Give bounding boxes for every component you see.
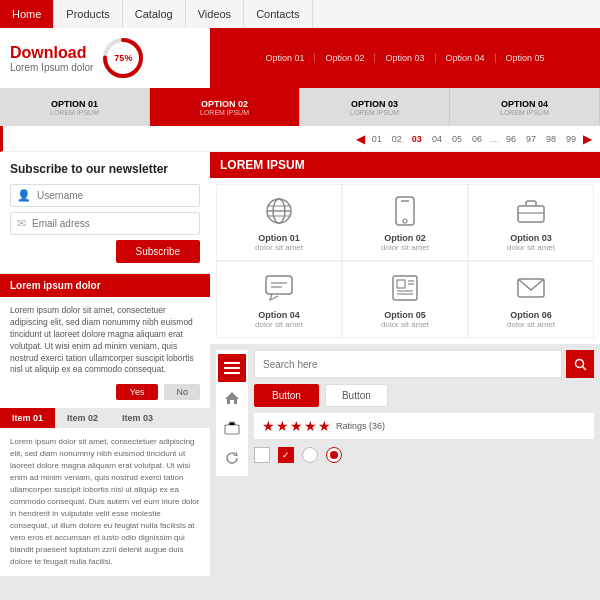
grid-item-3-sub: dolor sit amet [507,243,555,252]
header-title: Download Lorem Ipsum dolor [10,44,93,73]
grid-item-6-sub: dolor sit amet [507,320,555,329]
subnav-2[interactable]: Option 02 [315,53,375,63]
top-nav: Home Products Catalog Videos Contacts [0,0,600,28]
secondary-button[interactable]: Button [325,384,388,407]
svg-rect-12 [266,276,292,294]
subnav-4[interactable]: Option 04 [436,53,496,63]
grid-item-5-name: Option 05 [384,310,426,320]
grid-item-2[interactable]: Option 02 dolor sit amet [342,184,468,261]
phone-icon [387,193,423,229]
tabs-section: Item 01 Item 02 Item 03 Lorem ipsum dolo… [0,408,210,576]
subnav-3[interactable]: Option 03 [375,53,435,63]
briefcase-icon [513,193,549,229]
header-section: Download Lorem Ipsum dolor 75% Option 01… [0,28,600,88]
globe-icon [261,193,297,229]
svg-rect-26 [225,425,239,434]
case-icon-btn[interactable] [218,414,246,442]
nav-catalog[interactable]: Catalog [123,0,186,28]
tab-item-3[interactable]: Item 03 [110,408,165,428]
grid-item-1[interactable]: Option 01 dolor sit amet [216,184,342,261]
alert-title: Lorem ipsum dolor [10,280,200,291]
option-tab-1[interactable]: OPTION 01 LOREM IPSUM [0,88,150,126]
radio-2[interactable] [326,447,342,463]
header-left: Download Lorem Ipsum dolor 75% [0,28,210,88]
tab-text: Lorem ipsum dolor sit amet, consectetuer… [10,436,200,568]
pg-01[interactable]: 01 [369,133,385,145]
refresh-icon-btn[interactable] [218,444,246,472]
grid-item-3[interactable]: Option 03 dolor sit amet [468,184,594,261]
search-input-wrap[interactable] [254,350,562,378]
ratings-text: Ratings (36) [336,421,385,431]
svg-rect-10 [518,206,544,222]
yes-button[interactable]: Yes [116,384,159,400]
pg-06[interactable]: 06 [469,133,485,145]
top-bar: Home Products Catalog Videos Contacts [0,0,600,28]
grid-options: Option 01 dolor sit amet Option 02 dolor… [210,178,600,344]
alert-text: Lorem ipsum dolor sit amet, consectetuer… [10,305,200,376]
svg-marker-25 [225,392,239,404]
no-button[interactable]: No [164,384,200,400]
pg-99[interactable]: 99 [563,133,579,145]
pg-96[interactable]: 96 [503,133,519,145]
nav-contacts[interactable]: Contacts [244,0,312,28]
pg-next[interactable]: ▶ [583,132,592,146]
checkbox-checked[interactable]: ✓ [278,447,294,463]
left-col: Subscribe to our newsletter 👤 ✉ Subscrib… [0,152,210,600]
grid-item-1-name: Option 01 [258,233,300,243]
alert-buttons: Yes No [10,384,200,400]
tab-item-1[interactable]: Item 01 [0,408,55,428]
menu-icon-btn[interactable] [218,354,246,382]
pg-04[interactable]: 04 [429,133,445,145]
pg-03[interactable]: 03 [409,133,425,145]
pg-97[interactable]: 97 [523,133,539,145]
pg-05[interactable]: 05 [449,133,465,145]
primary-button[interactable]: Button [254,384,319,407]
grid-item-4[interactable]: Option 04 dolor sit amet [216,261,342,338]
grid-item-6[interactable]: Option 06 dolor sit amet [468,261,594,338]
subscribe-button[interactable]: Subscribe [116,240,200,263]
nav-home[interactable]: Home [0,0,54,28]
pg-98[interactable]: 98 [543,133,559,145]
subnav-5[interactable]: Option 05 [496,53,555,63]
news-icon [387,270,423,306]
pg-prev[interactable]: ◀ [356,132,365,146]
grid-item-4-name: Option 04 [258,310,300,320]
download-title: Download [10,44,93,62]
nav-videos[interactable]: Videos [186,0,244,28]
grid-item-2-name: Option 02 [384,233,426,243]
search-button[interactable] [566,350,594,378]
tab-content: Lorem ipsum dolor sit amet, consectetuer… [0,428,210,576]
username-field[interactable]: 👤 [10,184,200,207]
pg-02[interactable]: 02 [389,133,405,145]
grid-item-4-sub: dolor sit amet [255,320,303,329]
svg-point-8 [403,219,407,223]
bottom-row: Button Button ★★★★★ Ratings (36) ✓ [216,350,594,476]
progress-circle: 75% [101,36,145,80]
tab-nav: Item 01 Item 02 Item 03 [0,408,210,428]
email-input[interactable] [32,218,193,229]
grid-item-2-sub: dolor sit amet [381,243,429,252]
svg-rect-22 [224,362,240,364]
option-tab-2[interactable]: OPTION 02 LOREM IPSUM [150,88,300,126]
progress-label: 75% [114,53,132,63]
option-tab-3[interactable]: OPTION 03 LOREM IPSUM [300,88,450,126]
icon-panel [216,350,248,476]
checkbox-empty[interactable] [254,447,270,463]
email-icon: ✉ [17,217,26,230]
subnav-1[interactable]: Option 01 [255,53,315,63]
search-input[interactable] [263,359,553,370]
pg-dots: .... [489,134,499,144]
chat-icon [261,270,297,306]
radio-empty[interactable] [302,447,318,463]
tab-item-2[interactable]: Item 02 [55,408,110,428]
username-input[interactable] [37,190,193,201]
email-field[interactable]: ✉ [10,212,200,235]
home-icon-btn[interactable] [218,384,246,412]
nav-products[interactable]: Products [54,0,122,28]
grid-item-1-sub: dolor sit amet [255,243,303,252]
grid-item-3-name: Option 03 [510,233,552,243]
grid-item-5[interactable]: Option 05 dolor sit amet [342,261,468,338]
option-tab-4[interactable]: OPTION 04 LOREM IPSUM [450,88,600,126]
svg-rect-24 [224,372,240,374]
right-col: LOREM IPSUM Option 01 dolor sit amet [210,152,600,600]
